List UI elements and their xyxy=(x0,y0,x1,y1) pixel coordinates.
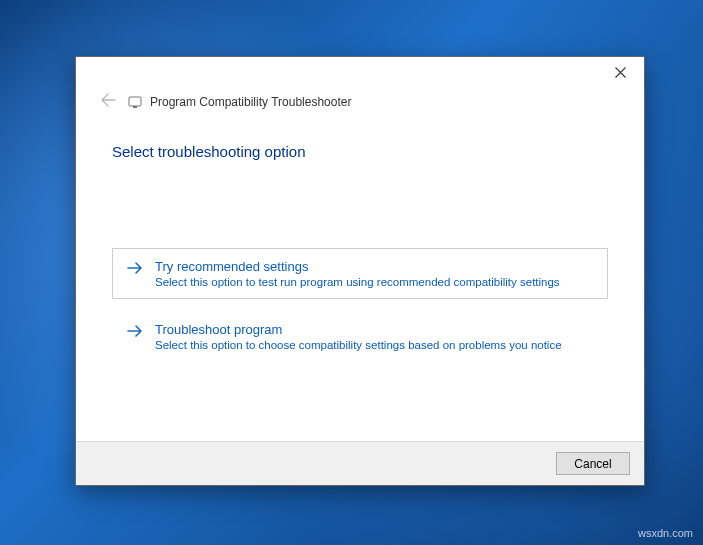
arrow-right-icon xyxy=(127,324,143,351)
option-description: Select this option to test run program u… xyxy=(155,276,560,288)
arrow-right-icon xyxy=(127,261,143,288)
option-troubleshoot-program[interactable]: Troubleshoot program Select this option … xyxy=(112,311,608,362)
back-arrow-icon[interactable] xyxy=(96,91,120,113)
wizard-title: Program Compatibility Troubleshooter xyxy=(150,95,351,109)
troubleshooter-window: Program Compatibility Troubleshooter Sel… xyxy=(75,56,645,486)
option-text: Troubleshoot program Select this option … xyxy=(155,322,562,351)
titlebar xyxy=(76,57,644,87)
svg-rect-0 xyxy=(129,97,141,106)
option-title: Try recommended settings xyxy=(155,259,560,274)
option-title: Troubleshoot program xyxy=(155,322,562,337)
svg-rect-1 xyxy=(133,106,137,108)
watermark: wsxdn.com xyxy=(638,527,693,539)
wizard-content: Select troubleshooting option Try recomm… xyxy=(76,113,644,441)
troubleshooter-icon xyxy=(128,95,142,109)
option-text: Try recommended settings Select this opt… xyxy=(155,259,560,288)
page-heading: Select troubleshooting option xyxy=(112,143,608,160)
option-description: Select this option to choose compatibili… xyxy=(155,339,562,351)
wizard-header: Program Compatibility Troubleshooter xyxy=(76,87,644,113)
cancel-button[interactable]: Cancel xyxy=(556,452,630,475)
option-try-recommended[interactable]: Try recommended settings Select this opt… xyxy=(112,248,608,299)
close-button[interactable] xyxy=(600,59,640,85)
close-icon xyxy=(615,67,626,78)
wizard-footer: Cancel xyxy=(76,441,644,485)
